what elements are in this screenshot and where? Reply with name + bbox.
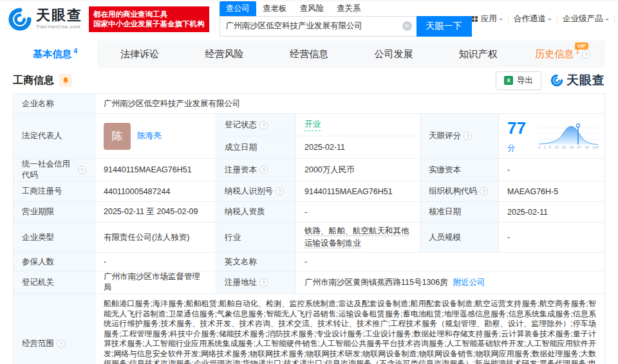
credit-code-label: 统一社会信用代码 bbox=[22, 159, 75, 181]
tab-risk[interactable]: 经营风险 bbox=[182, 41, 267, 68]
apps-grid-icon bbox=[472, 16, 478, 23]
field-label: 成立日期 bbox=[216, 136, 296, 158]
bell-curve-chart bbox=[538, 123, 599, 145]
table-row: 营业期限 2025-02-11 至 2045-02-09 纳税人资质 - 核准日… bbox=[14, 202, 604, 223]
reg-capital-value: 2000万人民币 bbox=[296, 159, 420, 181]
help-icon[interactable] bbox=[464, 132, 472, 140]
tab-legal[interactable]: 法律诉讼 bbox=[97, 41, 182, 68]
excel-icon bbox=[504, 76, 513, 85]
tab-risk-label: 经营风险 bbox=[205, 48, 244, 60]
clear-icon[interactable] bbox=[402, 21, 412, 31]
industry-text: 铁路、船舶、航空航天和其他运输设备制造业 bbox=[304, 225, 411, 250]
help-icon[interactable] bbox=[259, 121, 268, 129]
address-label: 注册地址 bbox=[225, 277, 257, 288]
export-button[interactable]: 导出 bbox=[496, 71, 541, 90]
chevron-down-icon bbox=[605, 19, 609, 23]
nav-apps[interactable]: 应用 bbox=[472, 14, 503, 24]
table-row: 企业名称 广州南沙区低空科技产业发展有限公司 bbox=[14, 94, 604, 114]
search-tab-risk[interactable]: 查风险 bbox=[294, 1, 331, 16]
nav-partner[interactable]: 合作通道 bbox=[514, 14, 552, 24]
section-header: 工商信息 导出 天眼查 bbox=[13, 68, 605, 93]
divider bbox=[508, 15, 509, 23]
field-label: 英文名称 bbox=[216, 253, 296, 271]
tab-ip-label: 知识产权 bbox=[459, 48, 498, 60]
field-label: 法定代表人 bbox=[14, 114, 95, 158]
watermark-logo: 天眼查 bbox=[550, 72, 605, 89]
scope-label: 经营范围 bbox=[22, 338, 54, 349]
tab-history[interactable]: VIP 历史信息 1 bbox=[521, 41, 605, 68]
help-icon[interactable] bbox=[582, 50, 590, 59]
help-icon[interactable] bbox=[259, 166, 268, 174]
nearby-companies-link[interactable]: 附近公司 bbox=[453, 277, 485, 288]
reg-no-value: 440110005487244 bbox=[95, 181, 216, 201]
help-icon[interactable] bbox=[259, 278, 268, 287]
tianyancha-logo[interactable]: 天眼查 TianYanCha.com bbox=[8, 7, 82, 32]
help-icon[interactable] bbox=[78, 166, 86, 174]
divider bbox=[557, 15, 557, 23]
field-label: 人员规模 bbox=[420, 223, 499, 252]
field-label: 营业期限 bbox=[14, 202, 95, 222]
tab-basic-info[interactable]: 基本信息 4 bbox=[13, 41, 97, 68]
search-button[interactable]: 天眼一下 bbox=[417, 16, 472, 37]
chevron-down-icon bbox=[499, 19, 503, 23]
score-label: 天眼评分 bbox=[429, 131, 461, 141]
table-row: 参保人数 - 英文名称 - bbox=[14, 253, 604, 271]
score-distribution-chart[interactable]: 0151050658799100 bbox=[538, 123, 599, 150]
score-number: 77 bbox=[507, 118, 526, 138]
table-row: 工商注册号 440110005487244 纳税人识别号 91440115MAE… bbox=[14, 181, 604, 202]
tab-development[interactable]: 公司发展 bbox=[351, 41, 436, 68]
field-label: 实缴资本 bbox=[420, 159, 499, 181]
table-row: 企业类型 有限责任公司(法人独资) 行业 铁路、船舶、航空航天和其他运输设备制造… bbox=[14, 223, 604, 253]
field-label: 统一社会信用代码 bbox=[14, 159, 95, 181]
field-label: 注册地址 bbox=[216, 271, 296, 293]
company-type-value: 有限责任公司(法人独资) bbox=[95, 223, 216, 252]
search-area: 查公司 查老板 查风险 查关系 天眼一下 bbox=[220, 2, 472, 37]
table-row: 经营范围 船舶港口服务;海洋服务;船舶租赁;船舶自动化、检测、监控系统制造;雷达… bbox=[14, 294, 604, 364]
brand-name: 天眼查 bbox=[36, 8, 82, 23]
tab-history-label: 历史信息 bbox=[535, 48, 574, 60]
search-input[interactable] bbox=[220, 16, 417, 37]
search-tab-relation[interactable]: 查关系 bbox=[330, 1, 368, 16]
score-value: 77分 bbox=[507, 120, 531, 153]
help-icon[interactable] bbox=[480, 187, 488, 196]
chart-axis-labels: 0151050658799100 bbox=[538, 145, 599, 150]
help-icon[interactable] bbox=[276, 187, 284, 196]
english-name-value: - bbox=[296, 253, 604, 271]
divider bbox=[614, 15, 615, 23]
field-label: 经营范围 bbox=[14, 294, 95, 364]
field-label: 注册资本 bbox=[216, 159, 296, 181]
nav-enterprise-label: 企业级产品 bbox=[563, 14, 603, 24]
status-badge[interactable]: 开业 bbox=[304, 119, 321, 131]
tab-operation[interactable]: 经营信息 bbox=[267, 41, 351, 68]
search-tab-company[interactable]: 查公司 bbox=[220, 1, 257, 16]
tab-development-label: 公司发展 bbox=[374, 48, 413, 60]
taxpayer-no-label: 纳税人识别号 bbox=[225, 186, 273, 197]
nav-apps-label: 应用 bbox=[481, 14, 497, 24]
tab-history-count: 1 bbox=[576, 47, 579, 55]
field-label: 天眼评分 bbox=[420, 114, 499, 158]
taxpayer-quality-value: - bbox=[296, 202, 420, 222]
nav-enterprise[interactable]: 企业级产品 bbox=[563, 14, 609, 24]
export-label: 导出 bbox=[517, 75, 533, 86]
search-tab-boss[interactable]: 查老板 bbox=[256, 1, 294, 16]
brand-domain: TianYanCha.com bbox=[36, 24, 82, 30]
field-label: 企业名称 bbox=[14, 94, 95, 113]
authority-value: 广州市南沙区市场监督管理局 bbox=[95, 271, 216, 293]
avatar[interactable]: 陈 bbox=[104, 123, 131, 150]
field-label: 登记状态 bbox=[216, 114, 296, 136]
bell-icon bbox=[62, 77, 70, 84]
tab-ip[interactable]: 知识产权 bbox=[436, 41, 520, 68]
monitor-bell-button[interactable] bbox=[59, 74, 72, 87]
status-value-cell: 开业 bbox=[296, 114, 420, 136]
help-icon[interactable] bbox=[57, 340, 65, 348]
table-row: 法定代表人 陈 陈海亮 登记状态 开业 成立日期 2025-02-11 天眼评分 bbox=[14, 114, 604, 159]
promo-line-2: 国家中小企业发展子基金旗下机构 bbox=[93, 19, 205, 29]
legal-rep-cell: 陈 陈海亮 bbox=[95, 114, 216, 158]
field-label: 工商注册号 bbox=[14, 181, 95, 201]
legal-rep-link[interactable]: 陈海亮 bbox=[137, 131, 162, 141]
tab-legal-label: 法律诉讼 bbox=[120, 48, 159, 60]
credit-code-value: 91440115MAEAG76H51 bbox=[95, 159, 216, 181]
term-value: 2025-02-11 至 2045-02-09 bbox=[95, 202, 216, 222]
field-label: 组织机构代码 bbox=[420, 181, 499, 201]
score-cell: 77分 01510 bbox=[499, 114, 604, 158]
